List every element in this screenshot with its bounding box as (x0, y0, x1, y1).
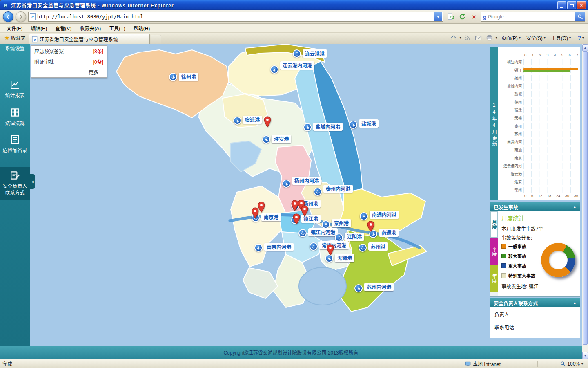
read-mail-button[interactable] (474, 34, 483, 42)
port-anchor-icon[interactable] (310, 242, 318, 251)
menu-item[interactable]: 文件(F) (2, 23, 27, 33)
menu-item[interactable]: 收藏夹(A) (76, 23, 105, 33)
port-anchor-icon[interactable] (360, 212, 368, 220)
port-anchor-icon[interactable] (262, 135, 270, 144)
sidebar-collapse-handle[interactable]: ◀ (30, 174, 35, 189)
port-label[interactable]: 无锡港 (335, 254, 354, 262)
search-button[interactable] (575, 12, 585, 21)
port-anchor-icon[interactable] (354, 284, 363, 292)
port-label[interactable]: 连云港内河港 (280, 61, 314, 70)
sidebar-item-危险品名录[interactable]: 危险品名录 (0, 131, 30, 157)
more-link[interactable]: 更多... (31, 67, 107, 77)
accident-pin-icon[interactable] (251, 207, 259, 218)
port-label[interactable]: 南通港 (379, 229, 399, 237)
port-label[interactable]: 江阴港 (345, 233, 364, 241)
accident-pin-icon[interactable] (367, 221, 375, 232)
port-anchor-icon[interactable] (322, 220, 330, 229)
port-anchor-icon[interactable] (303, 123, 312, 131)
port-anchor-icon[interactable] (169, 73, 177, 81)
search-box[interactable]: g Google (481, 12, 585, 22)
sidebar-item-法律法规[interactable]: 法律法规 (0, 104, 30, 130)
port-label[interactable]: 盐城港 (359, 119, 379, 128)
accident-pin-icon[interactable] (263, 116, 272, 127)
sidebar-item-安全负责人联系方式[interactable]: 安全负责人联系方式 (0, 167, 30, 200)
port-anchor-icon[interactable] (325, 254, 333, 263)
toolbar-menu[interactable]: 页面(P)▾ (499, 34, 523, 42)
address-field[interactable]: e http://localhost:8080/yjpt/Main.html ▼ (28, 12, 443, 22)
quick-link-row[interactable]: 应急预案备案[8条] (31, 46, 107, 56)
sidebar-item-统计报表[interactable]: 统计报表 (0, 76, 30, 102)
port-anchor-icon[interactable] (270, 65, 278, 74)
port-label[interactable]: 连云港港 (303, 49, 327, 58)
accidents-panel-header[interactable]: 已发生事故 ▲ (490, 202, 580, 211)
contact-panel-header[interactable]: 安全负责人联系方式 ▲ (490, 298, 580, 307)
collapse-arrow-icon[interactable]: ▲ (573, 301, 577, 305)
scroll-up-button[interactable]: ▲ (582, 44, 588, 51)
zoom-caret-icon[interactable]: ▾ (581, 362, 583, 366)
port-anchor-icon[interactable] (335, 233, 343, 242)
port-anchor-icon[interactable] (349, 121, 357, 129)
port-label[interactable]: 淮安港 (272, 135, 291, 143)
back-button[interactable] (3, 11, 13, 22)
forward-button[interactable] (16, 11, 26, 22)
accident-tab-季度[interactable]: 季度 (490, 238, 498, 265)
address-dropdown-button[interactable]: ▼ (434, 12, 442, 21)
accident-pin-icon[interactable] (301, 205, 309, 216)
port-label[interactable]: 泰州港 (332, 219, 351, 227)
close-button[interactable]: × (577, 1, 586, 9)
port-anchor-icon[interactable] (254, 244, 263, 252)
home-button[interactable] (449, 34, 459, 42)
favorites-button[interactable]: ★ 收藏夹 (1, 33, 29, 44)
print-button[interactable] (485, 34, 494, 42)
accident-pin-icon[interactable] (292, 213, 301, 224)
port-label[interactable]: 盐城内河港 (313, 123, 343, 131)
port-anchor-icon[interactable] (359, 244, 367, 252)
port-anchor-icon[interactable] (298, 229, 307, 237)
port-anchor-icon[interactable] (282, 180, 290, 188)
minimize-button[interactable] (557, 1, 566, 9)
port-label[interactable]: 镇江内河港 (308, 228, 338, 236)
menu-item[interactable]: 编辑(E) (27, 23, 51, 33)
port-label[interactable]: 徐州港 (179, 73, 198, 81)
port-label[interactable]: 苏州港 (368, 242, 388, 251)
home-caret-icon[interactable]: ▾ (460, 36, 461, 40)
quick-link-row[interactable]: 附证审批[0条] (31, 56, 107, 67)
scroll-down-button[interactable]: ▼ (582, 352, 588, 359)
port-anchor-icon[interactable] (293, 49, 301, 58)
port-label[interactable]: 南京港 (261, 213, 281, 221)
compatibility-view-button[interactable] (445, 12, 455, 22)
zoom-control[interactable]: 100% ▾ (541, 361, 586, 367)
new-tab-stub[interactable] (151, 35, 161, 44)
url-text[interactable]: http://localhost:8080/yjpt/Main.html (37, 14, 432, 20)
restore-button[interactable] (567, 1, 576, 9)
collapse-arrow-icon[interactable]: ▲ (573, 205, 577, 209)
port-label[interactable]: 宿迁港 (243, 116, 262, 124)
toolbar-menu[interactable]: 安全(S)▾ (523, 34, 548, 42)
chart-bar (523, 70, 570, 72)
menu-item[interactable]: 帮助(H) (129, 23, 154, 33)
port-label[interactable]: 南京内河港 (264, 243, 294, 251)
port-label[interactable]: 南通内河港 (370, 211, 399, 219)
sidebar-item-system-settings[interactable]: 系统设置 (0, 44, 30, 52)
port-label[interactable]: 苏州内河港 (364, 283, 394, 291)
accident-tab-年度[interactable]: 年度 (490, 265, 498, 292)
vertical-scrollbar[interactable]: ▲ ▼ (582, 44, 588, 359)
help-menu[interactable]: ?▾ (575, 34, 587, 42)
port-label[interactable]: 扬州内河港 (292, 177, 321, 185)
toolbar-menu[interactable]: 工具(O)▾ (548, 34, 574, 42)
menu-item[interactable]: 工具(T) (105, 23, 129, 33)
scrollbar-thumb[interactable] (583, 51, 588, 345)
stop-button[interactable]: × (469, 12, 479, 22)
port-label[interactable]: 泰州内河港 (323, 185, 353, 193)
port-anchor-icon[interactable] (233, 117, 241, 125)
page-viewport: 连云港港连云港内河港徐州港宿迁港淮安港盐城内河港盐城港扬州内河港泰州内河港扬州港… (0, 44, 582, 359)
feeds-button[interactable] (463, 34, 472, 42)
refresh-button[interactable] (457, 12, 467, 22)
accident-pin-icon[interactable] (326, 244, 334, 255)
menu-item[interactable]: 查看(V) (51, 23, 76, 33)
port-anchor-icon[interactable] (314, 188, 322, 196)
accident-tab-月度[interactable]: 月度 (490, 211, 498, 238)
search-input[interactable]: Google (488, 14, 573, 20)
active-tab[interactable]: e 江苏省港口安全监管与应急管理系统 (29, 34, 150, 44)
print-caret-icon[interactable]: ▾ (496, 36, 497, 40)
